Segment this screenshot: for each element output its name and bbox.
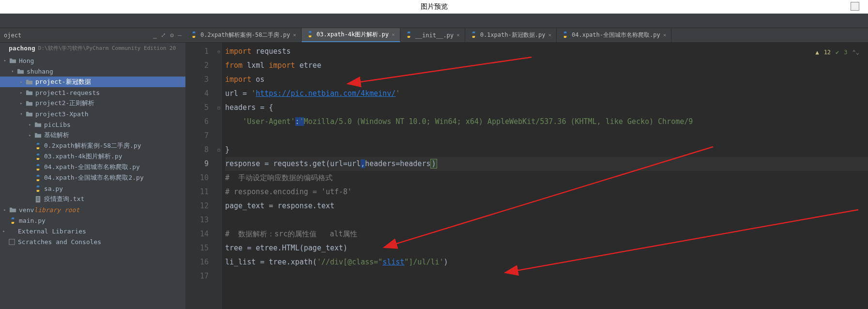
code-line[interactable]: 'User-Agent':'Mozilla/5.0 (Windows NT 10… xyxy=(225,115,868,129)
tree-item[interactable]: ▾project3-Xpath xyxy=(0,108,185,119)
tree-item[interactable]: ▸picLibs xyxy=(0,119,185,130)
tree-item[interactable]: ▾shuhang xyxy=(0,66,185,77)
fold-mark[interactable] xyxy=(215,227,222,241)
fold-mark[interactable] xyxy=(215,269,222,283)
line-number[interactable]: 11 xyxy=(185,185,209,199)
line-number[interactable]: 15 xyxy=(185,241,209,255)
fold-mark[interactable] xyxy=(215,241,222,255)
fold-mark[interactable] xyxy=(215,157,222,171)
tree-item[interactable]: sa.py xyxy=(0,183,185,194)
tree-arrow-icon: ▸ xyxy=(1,228,7,234)
fold-mark[interactable] xyxy=(215,213,222,227)
collapse-icon[interactable]: ⎯ xyxy=(153,31,157,39)
line-number[interactable]: 16 xyxy=(185,255,209,269)
fold-mark[interactable] xyxy=(215,129,222,143)
line-number[interactable]: 8 xyxy=(185,143,209,157)
code-line[interactable]: page_text = response.text xyxy=(225,199,868,213)
tree-item-label: venv xyxy=(19,206,34,214)
code-line[interactable] xyxy=(225,269,868,283)
project-root[interactable]: pachong D:\软件\学习软件\PyCharm Community Edi… xyxy=(0,43,185,53)
close-icon[interactable]: × xyxy=(457,32,460,38)
line-number[interactable]: 4 xyxy=(185,87,209,101)
fold-mark[interactable] xyxy=(215,115,222,129)
editor-tabs: 0.2xpath解析案例-58二手房.py×03.xpath-4k图片解析.py… xyxy=(185,28,868,43)
code-line[interactable]: # 数据解析：src的属性值 alt属性 xyxy=(225,227,868,241)
code-editor[interactable]: 1234567891011121314151617 ⊖⊟⊟ import req… xyxy=(185,43,868,309)
fold-mark[interactable] xyxy=(215,171,222,185)
line-number[interactable]: 17 xyxy=(185,269,209,283)
close-icon[interactable]: × xyxy=(548,32,551,38)
gear-icon[interactable]: ⚙ xyxy=(170,31,174,39)
code-line[interactable]: li_list = tree.xpath('//div[@class="slis… xyxy=(225,255,868,269)
code-line[interactable]: tree = etree.HTML(page_text) xyxy=(225,241,868,255)
code-line[interactable]: headers = { xyxy=(225,101,868,115)
line-number[interactable]: 12 xyxy=(185,199,209,213)
fold-mark[interactable]: ⊟ xyxy=(215,143,222,157)
line-number[interactable]: 2 xyxy=(185,59,209,73)
tree-item[interactable]: 03.xpath-4k图片解析.py xyxy=(0,151,185,162)
tree-item[interactable]: 04.xpath-全国城市名称爬取.py xyxy=(0,162,185,172)
editor-tab[interactable]: __init__.py× xyxy=(400,28,465,42)
close-icon[interactable]: × xyxy=(293,32,296,38)
fold-mark[interactable] xyxy=(215,73,222,87)
tree-item[interactable]: ▸project2-正则解析 xyxy=(0,98,185,108)
tree-item[interactable]: Scratches and Consoles xyxy=(0,236,185,247)
tree-item[interactable]: ▾Hong xyxy=(0,55,185,66)
code-line[interactable]: # response.encoding = 'utf-8' xyxy=(225,185,868,199)
line-number[interactable]: 6 xyxy=(185,115,209,129)
tab-label: 0.2xpath解析案例-58二手房.py xyxy=(200,31,290,39)
code-line[interactable] xyxy=(225,213,868,227)
tree-item[interactable]: main.py xyxy=(0,215,185,226)
line-number[interactable]: 14 xyxy=(185,227,209,241)
tree-item[interactable]: ▸project-新冠数据 xyxy=(0,77,185,87)
toolbar-icon[interactable] xyxy=(4,17,12,25)
line-number[interactable]: 13 xyxy=(185,213,209,227)
tree-item[interactable]: 04.xpath-全国城市名称爬取2.py xyxy=(0,172,185,183)
code-line[interactable]: from lxml import etree xyxy=(225,59,868,73)
tree-item[interactable]: ▸project1-requests xyxy=(0,87,185,98)
fold-mark[interactable] xyxy=(215,185,222,199)
line-number[interactable]: 1 xyxy=(185,45,209,59)
tree-item[interactable]: 疫情查询.txt xyxy=(0,194,185,204)
tree-item[interactable]: ▸基础解析 xyxy=(0,130,185,140)
line-number[interactable]: 5 xyxy=(185,101,209,115)
line-number[interactable]: 9 xyxy=(185,157,209,171)
fold-mark[interactable] xyxy=(215,59,222,73)
code-line[interactable]: # 手动设定响应数据的编码格式 xyxy=(225,171,868,185)
preview-close-box[interactable] xyxy=(851,2,859,11)
fold-mark[interactable] xyxy=(215,199,222,213)
code-line[interactable]: import os xyxy=(225,73,868,87)
close-icon[interactable]: × xyxy=(663,32,667,38)
toolbar-icon[interactable] xyxy=(856,17,864,25)
expand-icon[interactable]: ⤢ xyxy=(161,31,166,39)
code-line[interactable] xyxy=(225,129,868,143)
editor-tab[interactable]: 03.xpath-4k图片解析.py× xyxy=(302,28,400,42)
editor-tab[interactable]: 0.2xpath解析案例-58二手房.py× xyxy=(185,28,302,42)
code-line[interactable]: url = 'https://pic.netbian.com/4kmeinv/' xyxy=(225,87,868,101)
tree-arrow-icon: ▾ xyxy=(18,111,24,117)
fold-mark[interactable]: ⊖ xyxy=(215,45,222,59)
line-number[interactable]: 7 xyxy=(185,129,209,143)
fold-mark[interactable] xyxy=(215,255,222,269)
line-number[interactable]: 3 xyxy=(185,73,209,87)
line-number[interactable]: 10 xyxy=(185,171,209,185)
inspection-status[interactable]: ▲ 12 ✔ 3 ⌃⌄ xyxy=(815,46,859,60)
code-line[interactable]: } xyxy=(225,143,868,157)
editor-tab[interactable]: 0.1xpath-新冠数据.py× xyxy=(465,28,557,42)
close-icon[interactable]: × xyxy=(392,31,395,38)
tree-item[interactable]: ▸External Libraries xyxy=(0,226,185,236)
tree-item[interactable]: ▸venv library root xyxy=(0,204,185,215)
fold-mark[interactable] xyxy=(215,87,222,101)
code-line[interactable]: import requests xyxy=(225,45,868,59)
fold-column[interactable]: ⊖⊟⊟ xyxy=(215,43,222,309)
project-tree[interactable]: ▾Hong▾shuhang▸project-新冠数据▸project1-requ… xyxy=(0,53,185,249)
tree-item[interactable]: 0.2xpath解析案例-58二手房.py xyxy=(0,140,185,151)
svg-rect-2 xyxy=(36,199,39,199)
tree-arrow-icon: ▸ xyxy=(18,90,24,95)
fold-mark[interactable]: ⊟ xyxy=(215,101,222,115)
editor-tab[interactable]: 04.xpath-全国城市名称爬取.py× xyxy=(557,28,671,42)
code-area[interactable]: import requestsfrom lxml import etreeimp… xyxy=(222,43,868,309)
hide-icon[interactable]: — xyxy=(178,31,182,39)
code-line[interactable]: response = requests.get(url=url,headers=… xyxy=(225,157,868,171)
line-gutter[interactable]: 1234567891011121314151617 xyxy=(185,43,215,309)
